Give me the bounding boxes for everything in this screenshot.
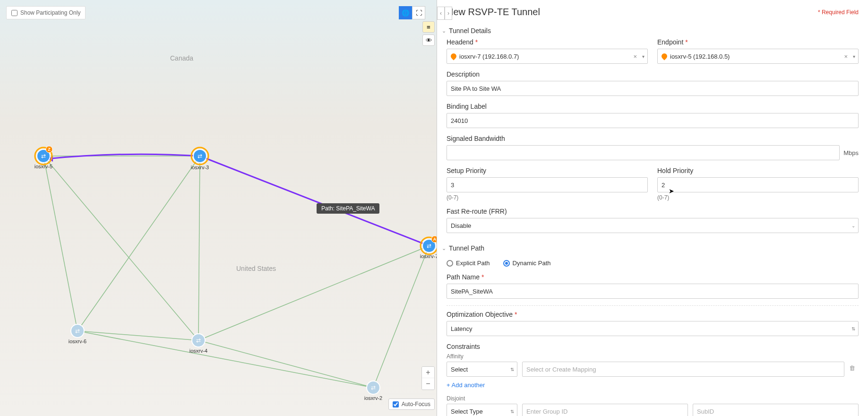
setup-priority-label: Setup Priority bbox=[447, 167, 648, 174]
setup-priority-hint: (0-7) bbox=[447, 194, 648, 201]
svg-text:⇄: ⇄ bbox=[427, 243, 431, 249]
separator bbox=[447, 305, 859, 306]
path-name-label: Path Name * bbox=[447, 273, 859, 281]
svg-text:iosxrv-3: iosxrv-3 bbox=[191, 165, 209, 170]
svg-text:⇄: ⇄ bbox=[198, 153, 202, 159]
optimization-select[interactable]: Latency ⇅ bbox=[447, 321, 859, 336]
page-title: New RSVP-TE Tunnel bbox=[447, 7, 540, 17]
endpoint-select[interactable]: iosxrv-5 (192.168.0.5) × ▾ bbox=[657, 49, 859, 64]
clear-icon[interactable]: × bbox=[844, 53, 848, 60]
form-panel: New RSVP-TE Tunnel * Required Field ⌄ Tu… bbox=[437, 0, 868, 416]
affinity-mapping-input[interactable] bbox=[522, 362, 844, 377]
network-link bbox=[43, 156, 77, 331]
svg-text:⇄: ⇄ bbox=[41, 153, 46, 159]
dynamic-path-radio[interactable]: Dynamic Path bbox=[503, 260, 551, 267]
svg-text:⇄: ⇄ bbox=[196, 337, 201, 344]
disjoint-subid-input[interactable] bbox=[693, 404, 859, 416]
description-input[interactable] bbox=[447, 81, 859, 96]
explicit-path-radio[interactable]: Explicit Path bbox=[447, 260, 490, 267]
svg-text:iosxrv-4: iosxrv-4 bbox=[189, 348, 208, 354]
trash-icon[interactable]: 🗑 bbox=[849, 364, 859, 374]
updown-icon: ⇅ bbox=[510, 367, 514, 372]
svg-text:iosxrv-6: iosxrv-6 bbox=[69, 338, 87, 344]
hold-priority-input[interactable] bbox=[657, 177, 859, 192]
network-link bbox=[43, 156, 198, 340]
svg-text:⇄: ⇄ bbox=[75, 328, 80, 334]
disjoint-type-select[interactable]: Select Type ⇅ bbox=[447, 404, 517, 416]
section-tunnel-path[interactable]: ⌄ Tunnel Path bbox=[437, 240, 868, 256]
optimization-label: Optimization Objective * bbox=[447, 311, 859, 318]
panel-collapse-handle: ‹ › bbox=[437, 7, 452, 20]
description-label: Description bbox=[447, 70, 859, 78]
updown-icon: ⇅ bbox=[851, 326, 855, 331]
network-link bbox=[77, 331, 373, 388]
network-link bbox=[198, 156, 200, 340]
tunnel-path-segment bbox=[47, 154, 200, 159]
caret-down-icon: ⌄ bbox=[851, 223, 855, 228]
network-link bbox=[77, 331, 198, 340]
radio-icon bbox=[447, 260, 453, 267]
signaled-bw-label: Signaled Bandwidth bbox=[447, 135, 859, 142]
panel-collapse-right-button[interactable]: › bbox=[445, 7, 452, 20]
frr-label: Fast Re-route (FRR) bbox=[447, 208, 859, 215]
cursor-icon: ➤ bbox=[669, 187, 674, 195]
svg-text:iosxrv-2: iosxrv-2 bbox=[364, 395, 383, 401]
signaled-bw-input[interactable] bbox=[447, 145, 840, 160]
svg-text:Z: Z bbox=[48, 147, 51, 152]
pin-icon bbox=[661, 52, 669, 61]
svg-text:⇄: ⇄ bbox=[371, 384, 376, 391]
tunnel-path-segment bbox=[200, 156, 429, 246]
affinity-sublabel: Affinity bbox=[447, 353, 859, 360]
svg-text:iosxrv-7: iosxrv-7 bbox=[420, 253, 437, 259]
network-link bbox=[373, 246, 429, 388]
chevron-down-icon: ⌄ bbox=[442, 245, 446, 251]
svg-text:iosxrv-5: iosxrv-5 bbox=[34, 164, 53, 169]
disjoint-sublabel: Disjoint bbox=[447, 395, 859, 402]
hold-priority-hint: (0-7) bbox=[657, 194, 859, 201]
pin-icon bbox=[450, 52, 458, 61]
required-field-note: * Required Field bbox=[818, 9, 859, 16]
panel-collapse-left-button[interactable]: ‹ bbox=[437, 7, 445, 20]
network-link bbox=[198, 340, 373, 388]
path-tooltip: Path: SitePA_SiteWA bbox=[317, 203, 379, 214]
node-iosxrv-2[interactable]: ⇄ iosxrv-2 bbox=[364, 381, 383, 401]
section-tunnel-details[interactable]: ⌄ Tunnel Details bbox=[437, 22, 868, 38]
hold-priority-label: Hold Priority bbox=[657, 167, 859, 174]
caret-down-icon: ▾ bbox=[642, 54, 645, 59]
caret-down-icon: ▾ bbox=[853, 54, 855, 59]
clear-icon[interactable]: × bbox=[633, 53, 637, 60]
updown-icon: ⇅ bbox=[510, 409, 514, 414]
constraints-label: Constraints bbox=[447, 343, 859, 350]
radio-icon bbox=[503, 260, 510, 267]
headend-select[interactable]: iosxrv-7 (192.168.0.7) × ▾ bbox=[447, 49, 648, 64]
headend-label: Headend * bbox=[447, 38, 648, 46]
signaled-bw-unit: Mbps bbox=[843, 149, 859, 156]
chevron-down-icon: ⌄ bbox=[442, 28, 446, 34]
path-name-input[interactable] bbox=[447, 284, 859, 299]
node-iosxrv-5[interactable]: ⇄ Z iosxrv-5 bbox=[34, 146, 53, 169]
endpoint-label: Endpoint * bbox=[657, 38, 859, 46]
svg-text:A: A bbox=[433, 237, 437, 242]
add-constraint-link[interactable]: + Add another bbox=[447, 381, 485, 389]
network-link bbox=[198, 246, 429, 340]
node-iosxrv-7[interactable]: ⇄ A iosxrv-7 bbox=[420, 236, 437, 259]
affinity-select[interactable]: Select ⇅ bbox=[447, 362, 517, 377]
binding-label-input[interactable] bbox=[447, 113, 859, 128]
setup-priority-input[interactable] bbox=[447, 177, 648, 192]
network-link bbox=[77, 156, 200, 331]
disjoint-group-input[interactable] bbox=[522, 404, 688, 416]
map-panel[interactable]: Canada United States Show Participating … bbox=[0, 0, 437, 416]
node-iosxrv-3[interactable]: ⇄ iosxrv-3 bbox=[191, 147, 209, 170]
binding-label-label: Binding Label bbox=[447, 103, 859, 110]
frr-select[interactable]: Disable ⌄ bbox=[447, 218, 859, 233]
node-iosxrv-6[interactable]: ⇄ iosxrv-6 bbox=[69, 324, 87, 344]
node-iosxrv-4[interactable]: ⇄ iosxrv-4 bbox=[189, 334, 208, 354]
